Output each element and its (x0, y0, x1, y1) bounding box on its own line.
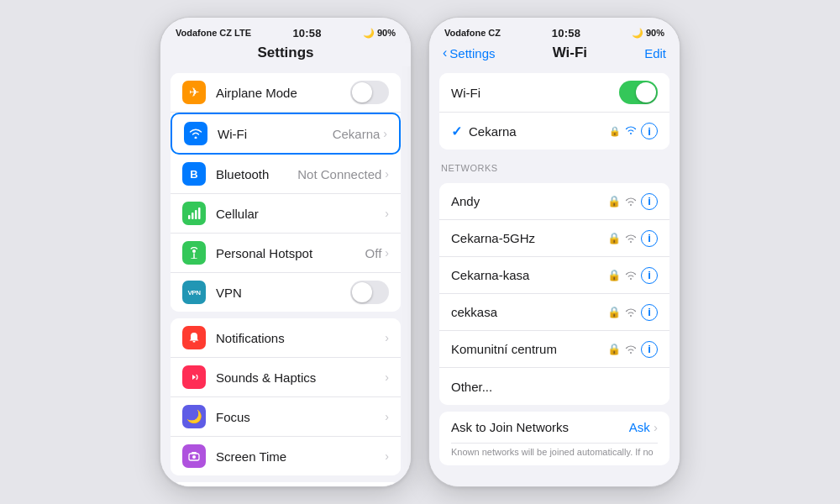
general-group: General › (171, 482, 401, 486)
status-bar-left: Vodafone CZ LTE 10:58 🌙 90% (160, 18, 411, 43)
andy-row[interactable]: Andy 🔒 i (439, 183, 669, 220)
wifi-label: Wi-Fi (218, 127, 333, 141)
cekkasa-info-button[interactable]: i (641, 304, 658, 321)
vpn-label: VPN (216, 286, 350, 300)
status-time-right: 10:58 (552, 27, 580, 39)
andy-icons: 🔒 i (607, 193, 658, 210)
status-indicators-right: 🌙 90% (632, 28, 664, 39)
andy-lock-icon: 🔒 (607, 195, 621, 207)
wifi-nav-title: Wi-Fi (553, 45, 587, 61)
komunitni-row[interactable]: Komunitní centrum 🔒 i (439, 331, 669, 368)
cekarnakasa-lock-icon: 🔒 (607, 269, 621, 281)
vpn-toggle[interactable] (350, 281, 389, 304)
back-chevron-icon: ‹ (443, 45, 447, 60)
networks-group: Andy 🔒 i Cekarna-5GHz 🔒 i (439, 183, 669, 405)
wifi-phone: Vodafone CZ 10:58 🌙 90% ‹ Settings Wi-Fi… (428, 17, 680, 487)
cekarnakasa-row[interactable]: Cekarna-kasa 🔒 i (439, 257, 669, 294)
bluetooth-label: Bluetooth (216, 167, 297, 181)
svg-point-8 (192, 455, 196, 459)
wifi-chevron-icon: › (383, 127, 387, 140)
cekarna-label: Cekarna (469, 124, 609, 139)
sounds-label: Sounds & Haptics (216, 370, 385, 385)
airplane-mode-row[interactable]: ✈ Airplane Mode (171, 73, 401, 113)
focus-row[interactable]: 🌙 Focus › (171, 397, 401, 437)
cekarna5-icons: 🔒 i (607, 230, 658, 247)
settings-nav-bar: Settings (160, 43, 411, 66)
bluetooth-chevron-icon: › (385, 167, 389, 181)
wifi-toggle-label: Wi-Fi (451, 86, 619, 100)
cekarnakasa-label: Cekarna-kasa (451, 268, 607, 282)
wifi-toggle-knob (636, 82, 656, 102)
focus-icon: 🌙 (182, 405, 206, 428)
notifications-group: Notifications › Sounds & Haptics › 🌙 Foc… (171, 318, 401, 475)
airplane-toggle-knob (352, 82, 372, 102)
cellular-icon (182, 202, 206, 225)
battery-percent-right: 90% (646, 28, 664, 38)
hotspot-row[interactable]: Personal Hotspot Off › (171, 234, 401, 273)
bluetooth-row[interactable]: B Bluetooth Not Connected › (171, 155, 401, 194)
komunitni-info-button[interactable]: i (641, 341, 658, 358)
screentime-row[interactable]: Screen Time › (171, 437, 401, 475)
vpn-toggle-knob (352, 282, 372, 302)
vpn-row[interactable]: VPN VPN (171, 273, 401, 312)
komunitni-label: Komunitní centrum (451, 342, 607, 356)
airplane-icon: ✈ (182, 81, 206, 104)
bluetooth-value: Not Connected (297, 167, 381, 181)
back-button[interactable]: ‹ Settings (443, 45, 496, 60)
vpn-icon: VPN (182, 281, 206, 304)
cekarna5-lock-icon: 🔒 (607, 232, 621, 244)
status-carrier-left: Vodafone CZ LTE (176, 28, 251, 38)
svg-marker-6 (192, 375, 196, 380)
general-row[interactable]: General › (171, 482, 401, 486)
ask-to-join-group: Ask to Join Networks Ask › Known network… (439, 412, 669, 465)
hotspot-label: Personal Hotspot (216, 246, 365, 260)
svg-point-4 (192, 249, 196, 253)
airplane-label: Airplane Mode (216, 86, 350, 100)
wifi-row[interactable]: Wi-Fi Cekarna › (171, 113, 401, 155)
notifications-row[interactable]: Notifications › (171, 318, 401, 358)
wifi-value: Cekarna (333, 127, 381, 141)
cekkasa-lock-icon: 🔒 (607, 306, 621, 318)
cekarnakasa-info-button[interactable]: i (641, 267, 658, 284)
svg-rect-2 (195, 210, 197, 219)
cekkasa-icons: 🔒 i (607, 304, 658, 321)
cekarna5-label: Cekarna-5GHz (451, 231, 607, 245)
cekarna-info-button[interactable]: i (641, 123, 658, 139)
other-label: Other... (451, 380, 658, 394)
cekkasa-row[interactable]: cekkasa 🔒 i (439, 294, 669, 331)
andy-info-button[interactable]: i (641, 193, 658, 210)
sounds-row[interactable]: Sounds & Haptics › (171, 358, 401, 397)
cekarna5-row[interactable]: Cekarna-5GHz 🔒 i (439, 220, 669, 257)
settings-content: ✈ Airplane Mode Wi-Fi (160, 66, 411, 486)
wifi-main-toggle[interactable] (619, 81, 658, 104)
status-indicators-left: 🌙 90% (363, 28, 396, 39)
komunitni-icons: 🔒 i (607, 341, 658, 358)
networks-section-header: NETWORKS (429, 156, 680, 176)
cekarna-lock-icon: 🔒 (609, 126, 621, 137)
cekarna-connected-row[interactable]: ✓ Cekarna 🔒 i (439, 113, 669, 150)
cellular-row[interactable]: Cellular › (171, 194, 401, 234)
wifi-icon (184, 122, 207, 145)
svg-rect-3 (198, 207, 201, 219)
cekarna-icons: 🔒 i (609, 123, 658, 139)
svg-rect-0 (188, 215, 191, 219)
cekarna-signal-icon (625, 125, 637, 138)
screentime-label: Screen Time (216, 449, 385, 464)
status-carrier-right: Vodafone CZ (444, 28, 501, 38)
ask-to-join-row[interactable]: Ask to Join Networks Ask › (451, 420, 658, 444)
wifi-content: Wi-Fi ✓ Cekarna 🔒 i (429, 66, 680, 486)
settings-title: Settings (257, 45, 313, 61)
andy-label: Andy (451, 194, 607, 208)
phones-container: Vodafone CZ LTE 10:58 🌙 90% Settings ✈ A… (160, 17, 680, 487)
status-time-left: 10:58 (292, 27, 321, 39)
battery-percent-left: 90% (377, 28, 396, 38)
cekarna5-info-button[interactable]: i (641, 230, 658, 247)
airplane-toggle[interactable] (350, 81, 389, 104)
wifi-toggle-row[interactable]: Wi-Fi (439, 73, 669, 113)
sounds-chevron-icon: › (385, 370, 389, 384)
ask-subtitle: Known networks will be joined automatica… (451, 447, 658, 457)
moon-icon-right: 🌙 (632, 28, 643, 39)
edit-button[interactable]: Edit (644, 46, 666, 60)
screentime-icon (182, 444, 206, 468)
other-row[interactable]: Other... (439, 368, 669, 405)
